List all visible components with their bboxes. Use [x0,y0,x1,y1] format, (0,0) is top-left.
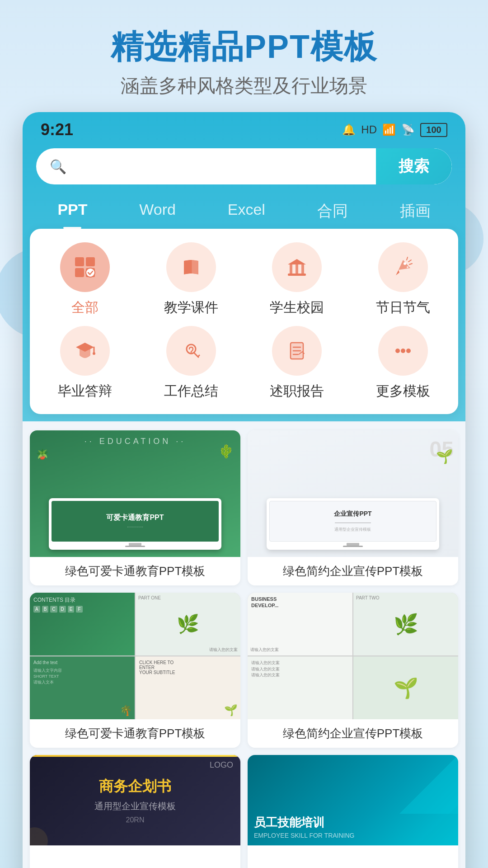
template-thumb-6: 员工技能培训 EMPLOYEE SKILL FOR TRAINING [248,755,458,868]
teal-subtitle: EMPLOYEE SKILL FOR TRAINING [254,832,355,839]
battery-indicator: 100 [420,123,447,137]
work-icon-circle [166,326,216,376]
pen-icon [179,339,203,363]
search-area: 🔍 搜索 [23,144,465,192]
category-report-label: 述职报告 [270,382,324,401]
wifi-icon: 📡 [401,123,415,136]
svg-point-4 [86,268,95,277]
festival-icon-circle [378,242,428,292]
template-thumb-4: BUSINESS DEVELOP... 请输入您的文案 🌿 PART TWO 请… [248,593,458,719]
hero-title: 精选精品PPT模板 [18,27,470,66]
hero-section: 精选精品PPT模板 涵盖多种风格类型及行业场景 [0,0,488,112]
search-icon: 🔍 [50,159,66,175]
grad-icon [73,339,97,363]
template-name-2: 绿色简约企业宣传PPT模板 [248,557,458,585]
category-more-label: 更多模板 [376,382,430,401]
svg-rect-2 [75,268,84,277]
template-thumb-1: ·· EDUCATION ·· 可爱卡通教育PPT ············· … [30,430,240,557]
category-school-label: 学生校园 [270,298,324,317]
teaching-icon-circle [166,242,216,292]
status-icons: 🔔 HD 📶 📡 100 [342,123,447,137]
svg-rect-1 [86,257,95,266]
svg-point-11 [407,266,408,268]
template-name-1: 绿色可爱卡通教育PPT模板 [30,557,240,585]
svg-rect-6 [290,264,292,274]
mute-icon: 🔔 [342,123,356,136]
book-icon [179,255,203,279]
dark-title: 商务企划书 [99,777,171,797]
tab-illustration[interactable]: 插画 [391,196,440,229]
template-grid: ·· EDUCATION ·· 可爱卡通教育PPT ············· … [30,430,458,868]
template-card-3[interactable]: CONTENTS 目录 A B C D E F [30,593,240,748]
template-name-4: 绿色简约企业宣传PPT模板 [248,719,458,748]
graduation-icon-circle [60,326,110,376]
category-more[interactable]: 更多模板 [352,326,454,401]
teal-title: 员工技能培训 [254,815,355,830]
tab-excel[interactable]: Excel [219,196,274,229]
category-school[interactable]: 学生校园 [246,242,348,317]
status-time: 9:21 [41,120,73,139]
category-grid: 全部 教学课件 [34,242,454,401]
svg-rect-0 [75,257,84,266]
svg-marker-5 [288,259,306,264]
hd-label: HD [361,123,377,136]
dark-subtitle: 通用型企业宣传模板 [94,800,176,812]
app-screen: 9:21 🔔 HD 📶 📡 100 🔍 搜索 PPT Word Excel [23,112,465,868]
category-festival-label: 节日节气 [376,298,430,317]
template-thumb-2: 05 企业宣传PPT ———————— 通用型企业宣传模板 🌱 [248,430,458,557]
template-section: ·· EDUCATION ·· 可爱卡通教育PPT ············· … [23,421,465,868]
phone-mockup: 9:21 🔔 HD 📶 📡 100 🔍 搜索 PPT Word Excel [23,112,465,868]
category-work[interactable]: 工作总结 [141,326,242,401]
dark-logo-label: LOGO [210,760,233,770]
status-bar: 9:21 🔔 HD 📶 📡 100 [23,112,465,144]
svg-point-24 [406,349,411,353]
category-panel: 全部 教学课件 [30,229,458,414]
bank-icon [285,255,309,279]
svg-point-22 [395,349,400,353]
svg-rect-8 [301,264,304,274]
svg-point-23 [401,349,405,353]
category-all[interactable]: 全部 [34,242,136,317]
hero-subtitle: 涵盖多种风格类型及行业场景 [18,73,470,99]
category-graduation[interactable]: 毕业答辩 [34,326,136,401]
svg-point-14 [93,352,95,355]
search-button[interactable]: 搜索 [376,148,452,184]
category-work-label: 工作总结 [164,382,218,401]
party-icon [391,255,415,279]
tab-ppt[interactable]: PPT [48,196,96,229]
category-report[interactable]: 述职报告 [246,326,348,401]
template-card-4[interactable]: BUSINESS DEVELOP... 请输入您的文案 🌿 PART TWO 请… [248,593,458,748]
category-all-label: 全部 [71,298,99,317]
template-thumb-5: LOGO 商务企划书 通用型企业宣传模板 20RN [30,755,240,868]
signal-icon: 📶 [382,123,396,136]
svg-rect-9 [288,274,306,276]
template-card-2[interactable]: 05 企业宣传PPT ———————— 通用型企业宣传模板 🌱 [248,430,458,585]
report-icon [285,339,309,363]
all-icon-circle [60,242,110,292]
grid-icon [73,255,97,279]
template-card-1[interactable]: ·· EDUCATION ·· 可爱卡通教育PPT ············· … [30,430,240,585]
svg-point-10 [404,262,406,265]
tab-contract[interactable]: 合同 [308,196,357,229]
category-festival[interactable]: 节日节气 [352,242,454,317]
school-icon-circle [272,242,322,292]
more-icon [391,339,415,363]
template-name-3: 绿色可爱卡通教育PPT模板 [30,719,240,748]
tab-word[interactable]: Word [130,196,185,229]
more-icon-circle [378,326,428,376]
category-teaching[interactable]: 教学课件 [141,242,242,317]
template-card-6[interactable]: 员工技能培训 EMPLOYEE SKILL FOR TRAINING [248,755,458,868]
template-card-5[interactable]: LOGO 商务企划书 通用型企业宣传模板 20RN [30,755,240,868]
template-thumb-3: CONTENTS 目录 A B C D E F [30,593,240,719]
search-bar[interactable]: 🔍 搜索 [36,148,452,184]
search-input[interactable]: 🔍 [36,159,376,175]
nav-tabs: PPT Word Excel 合同 插画 [23,192,465,229]
report-icon-circle [272,326,322,376]
dark-year: 20RN [126,816,145,824]
category-graduation-label: 毕业答辩 [58,382,112,401]
svg-rect-7 [296,264,298,274]
category-teaching-label: 教学课件 [164,298,218,317]
